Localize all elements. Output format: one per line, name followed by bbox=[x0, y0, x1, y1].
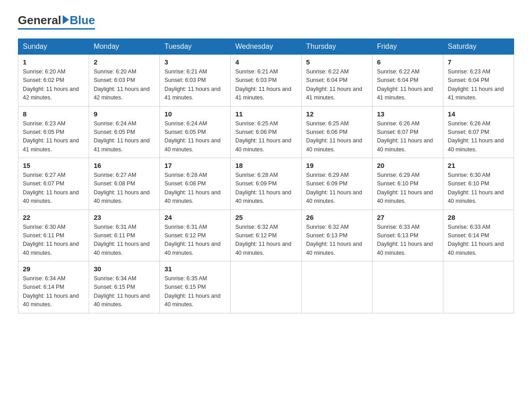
calendar-cell: 29Sunrise: 6:34 AMSunset: 6:14 PMDayligh… bbox=[18, 261, 89, 313]
calendar-week-row: 15Sunrise: 6:27 AMSunset: 6:07 PMDayligh… bbox=[18, 158, 514, 210]
calendar-cell bbox=[301, 261, 372, 313]
day-info: Sunrise: 6:26 AMSunset: 6:07 PMDaylight:… bbox=[377, 120, 438, 154]
day-info: Sunrise: 6:33 AMSunset: 6:14 PMDaylight:… bbox=[448, 223, 509, 258]
day-number: 24 bbox=[164, 214, 226, 221]
day-info: Sunrise: 6:28 AMSunset: 6:09 PMDaylight:… bbox=[235, 171, 296, 206]
calendar-cell: 13Sunrise: 6:26 AMSunset: 6:07 PMDayligh… bbox=[372, 106, 443, 158]
day-info: Sunrise: 6:21 AMSunset: 6:03 PMDaylight:… bbox=[164, 68, 226, 103]
day-number: 13 bbox=[377, 110, 438, 118]
day-number: 17 bbox=[164, 162, 226, 169]
day-number: 14 bbox=[448, 110, 509, 118]
day-info: Sunrise: 6:35 AMSunset: 6:15 PMDaylight:… bbox=[164, 274, 226, 309]
day-number: 20 bbox=[377, 162, 438, 169]
logo-underline bbox=[18, 28, 95, 30]
calendar-cell: 10Sunrise: 6:24 AMSunset: 6:05 PMDayligh… bbox=[160, 106, 231, 158]
day-number: 22 bbox=[23, 214, 84, 221]
day-info: Sunrise: 6:22 AMSunset: 6:04 PMDaylight:… bbox=[377, 68, 438, 103]
day-info: Sunrise: 6:26 AMSunset: 6:07 PMDaylight:… bbox=[448, 120, 509, 154]
day-number: 9 bbox=[94, 110, 155, 118]
calendar-cell: 28Sunrise: 6:33 AMSunset: 6:14 PMDayligh… bbox=[443, 210, 514, 261]
day-info: Sunrise: 6:27 AMSunset: 6:07 PMDaylight:… bbox=[23, 171, 84, 206]
day-number: 28 bbox=[448, 214, 509, 221]
calendar-cell: 7Sunrise: 6:23 AMSunset: 6:04 PMDaylight… bbox=[443, 55, 514, 107]
day-number: 16 bbox=[94, 162, 155, 169]
day-info: Sunrise: 6:32 AMSunset: 6:12 PMDaylight:… bbox=[235, 223, 296, 258]
calendar-cell: 14Sunrise: 6:26 AMSunset: 6:07 PMDayligh… bbox=[443, 106, 514, 158]
day-number: 12 bbox=[306, 110, 368, 118]
day-number: 19 bbox=[306, 162, 368, 169]
calendar-cell: 20Sunrise: 6:29 AMSunset: 6:10 PMDayligh… bbox=[372, 158, 443, 210]
calendar-table: SundayMondayTuesdayWednesdayThursdayFrid… bbox=[18, 39, 514, 313]
day-number: 10 bbox=[164, 110, 226, 118]
day-info: Sunrise: 6:31 AMSunset: 6:11 PMDaylight:… bbox=[94, 223, 155, 258]
calendar-cell: 4Sunrise: 6:21 AMSunset: 6:03 PMDaylight… bbox=[231, 55, 301, 107]
calendar-cell: 6Sunrise: 6:22 AMSunset: 6:04 PMDaylight… bbox=[372, 55, 443, 107]
calendar-cell: 22Sunrise: 6:30 AMSunset: 6:11 PMDayligh… bbox=[18, 210, 89, 261]
calendar-cell: 21Sunrise: 6:30 AMSunset: 6:10 PMDayligh… bbox=[443, 158, 514, 210]
calendar-cell: 26Sunrise: 6:32 AMSunset: 6:13 PMDayligh… bbox=[301, 210, 372, 261]
day-number: 18 bbox=[235, 162, 296, 169]
logo-blue-text: Blue bbox=[70, 13, 95, 27]
day-info: Sunrise: 6:25 AMSunset: 6:06 PMDaylight:… bbox=[235, 120, 296, 154]
day-info: Sunrise: 6:28 AMSunset: 6:08 PMDaylight:… bbox=[164, 171, 226, 206]
calendar-cell: 12Sunrise: 6:25 AMSunset: 6:06 PMDayligh… bbox=[301, 106, 372, 158]
calendar-cell: 31Sunrise: 6:35 AMSunset: 6:15 PMDayligh… bbox=[160, 261, 231, 313]
calendar-cell bbox=[443, 261, 514, 313]
calendar-col-tuesday: Tuesday bbox=[160, 39, 231, 55]
day-info: Sunrise: 6:29 AMSunset: 6:10 PMDaylight:… bbox=[377, 171, 438, 206]
day-info: Sunrise: 6:30 AMSunset: 6:10 PMDaylight:… bbox=[448, 171, 509, 206]
day-info: Sunrise: 6:21 AMSunset: 6:03 PMDaylight:… bbox=[235, 68, 296, 103]
day-number: 15 bbox=[23, 162, 84, 169]
calendar-cell bbox=[231, 261, 301, 313]
day-info: Sunrise: 6:29 AMSunset: 6:09 PMDaylight:… bbox=[306, 171, 368, 206]
day-info: Sunrise: 6:20 AMSunset: 6:03 PMDaylight:… bbox=[94, 68, 155, 103]
calendar-cell: 18Sunrise: 6:28 AMSunset: 6:09 PMDayligh… bbox=[231, 158, 301, 210]
calendar-cell: 2Sunrise: 6:20 AMSunset: 6:03 PMDaylight… bbox=[89, 55, 160, 107]
calendar-cell: 8Sunrise: 6:23 AMSunset: 6:05 PMDaylight… bbox=[18, 106, 89, 158]
day-number: 21 bbox=[448, 162, 509, 169]
day-number: 26 bbox=[306, 214, 368, 221]
day-number: 6 bbox=[377, 58, 438, 66]
page-header: General Blue bbox=[18, 13, 514, 30]
day-info: Sunrise: 6:32 AMSunset: 6:13 PMDaylight:… bbox=[306, 223, 368, 258]
day-number: 7 bbox=[448, 58, 509, 66]
day-number: 2 bbox=[94, 58, 155, 66]
calendar-header-row: SundayMondayTuesdayWednesdayThursdayFrid… bbox=[18, 39, 514, 55]
calendar-week-row: 22Sunrise: 6:30 AMSunset: 6:11 PMDayligh… bbox=[18, 210, 514, 261]
calendar-cell: 11Sunrise: 6:25 AMSunset: 6:06 PMDayligh… bbox=[231, 106, 301, 158]
day-number: 8 bbox=[23, 110, 84, 118]
day-number: 27 bbox=[377, 214, 438, 221]
day-number: 4 bbox=[235, 58, 296, 66]
day-number: 25 bbox=[235, 214, 296, 221]
day-number: 29 bbox=[23, 265, 84, 273]
day-number: 5 bbox=[306, 58, 368, 66]
day-info: Sunrise: 6:25 AMSunset: 6:06 PMDaylight:… bbox=[306, 120, 368, 154]
day-info: Sunrise: 6:34 AMSunset: 6:15 PMDaylight:… bbox=[94, 274, 155, 309]
day-number: 11 bbox=[235, 110, 296, 118]
day-info: Sunrise: 6:24 AMSunset: 6:05 PMDaylight:… bbox=[94, 120, 155, 154]
calendar-cell: 15Sunrise: 6:27 AMSunset: 6:07 PMDayligh… bbox=[18, 158, 89, 210]
calendar-cell: 27Sunrise: 6:33 AMSunset: 6:13 PMDayligh… bbox=[372, 210, 443, 261]
calendar-week-row: 8Sunrise: 6:23 AMSunset: 6:05 PMDaylight… bbox=[18, 106, 514, 158]
calendar-col-sunday: Sunday bbox=[18, 39, 89, 55]
calendar-cell: 25Sunrise: 6:32 AMSunset: 6:12 PMDayligh… bbox=[231, 210, 301, 261]
calendar-cell: 9Sunrise: 6:24 AMSunset: 6:05 PMDaylight… bbox=[89, 106, 160, 158]
calendar-cell: 24Sunrise: 6:31 AMSunset: 6:12 PMDayligh… bbox=[160, 210, 231, 261]
day-info: Sunrise: 6:30 AMSunset: 6:11 PMDaylight:… bbox=[23, 223, 84, 258]
day-info: Sunrise: 6:23 AMSunset: 6:04 PMDaylight:… bbox=[448, 68, 509, 103]
calendar-week-row: 29Sunrise: 6:34 AMSunset: 6:14 PMDayligh… bbox=[18, 261, 514, 313]
calendar-col-monday: Monday bbox=[89, 39, 160, 55]
day-number: 31 bbox=[164, 265, 226, 273]
day-info: Sunrise: 6:22 AMSunset: 6:04 PMDaylight:… bbox=[306, 68, 368, 103]
day-info: Sunrise: 6:20 AMSunset: 6:02 PMDaylight:… bbox=[23, 68, 84, 103]
day-info: Sunrise: 6:24 AMSunset: 6:05 PMDaylight:… bbox=[164, 120, 226, 154]
day-number: 23 bbox=[94, 214, 155, 221]
day-info: Sunrise: 6:23 AMSunset: 6:05 PMDaylight:… bbox=[23, 120, 84, 154]
calendar-week-row: 1Sunrise: 6:20 AMSunset: 6:02 PMDaylight… bbox=[18, 55, 514, 107]
logo-triangle-icon bbox=[63, 15, 69, 24]
calendar-cell: 16Sunrise: 6:27 AMSunset: 6:08 PMDayligh… bbox=[89, 158, 160, 210]
calendar-cell: 3Sunrise: 6:21 AMSunset: 6:03 PMDaylight… bbox=[160, 55, 231, 107]
calendar-cell: 17Sunrise: 6:28 AMSunset: 6:08 PMDayligh… bbox=[160, 158, 231, 210]
day-number: 3 bbox=[164, 58, 226, 66]
logo: General Blue bbox=[18, 13, 95, 30]
